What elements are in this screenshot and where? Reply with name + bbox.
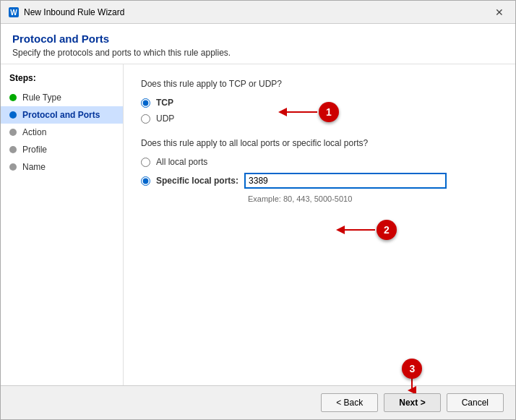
page-title: Protocol and Ports — [12, 33, 504, 45]
udp-row: UDP — [141, 113, 498, 124]
sidebar-item-action[interactable]: Action — [1, 124, 123, 141]
sidebar-item-rule-type[interactable]: Rule Type — [1, 89, 123, 106]
dot-name — [9, 163, 17, 171]
content-area: Steps: Rule Type Protocol and Ports Acti… — [1, 64, 515, 385]
question1-text: Does this rule apply to TCP or UDP? — [141, 79, 498, 89]
arrow-2 — [333, 220, 377, 240]
title-bar-text: New Inbound Rule Wizard — [24, 7, 491, 17]
sidebar-label-profile: Profile — [22, 145, 47, 155]
all-ports-label[interactable]: All local ports — [156, 157, 207, 167]
sidebar-item-protocol-ports[interactable]: Protocol and Ports — [1, 106, 123, 124]
main-panel: Does this rule apply to TCP or UDP? TCP … — [124, 64, 515, 385]
svg-text:W: W — [10, 9, 17, 17]
page-subtitle: Specify the protocols and ports to which… — [12, 48, 504, 58]
sidebar-label-rule-type: Rule Type — [22, 93, 61, 103]
all-ports-radio[interactable] — [141, 158, 150, 167]
sidebar-label-protocol-ports: Protocol and Ports — [22, 110, 100, 120]
next-button[interactable]: Next > — [384, 393, 440, 412]
close-button[interactable]: ✕ — [491, 5, 508, 20]
tcp-row: TCP — [141, 98, 498, 108]
tcp-radio[interactable] — [141, 98, 150, 108]
all-ports-row: All local ports — [141, 157, 498, 167]
sidebar-label-name: Name — [22, 162, 46, 172]
ports-input[interactable] — [244, 173, 447, 189]
sidebar-label-action: Action — [22, 127, 46, 137]
tcp-label[interactable]: TCP — [156, 98, 173, 108]
ports-radio-group: All local ports Specific local ports: Ex… — [141, 157, 498, 203]
specific-ports-label[interactable]: Specific local ports: — [156, 176, 238, 186]
arrow-3 — [405, 377, 419, 393]
specific-ports-radio[interactable] — [141, 176, 150, 186]
udp-radio[interactable] — [141, 114, 150, 124]
dot-rule-type — [9, 94, 17, 101]
page-header: Protocol and Ports Specify the protocols… — [1, 24, 515, 64]
question2-text: Does this rule apply to all local ports … — [141, 138, 498, 148]
wizard-icon: W — [8, 7, 20, 18]
steps-label: Steps: — [1, 73, 123, 89]
protocol-radio-group: TCP UDP — [141, 98, 498, 124]
wizard-window: W New Inbound Rule Wizard ✕ Protocol and… — [0, 0, 516, 420]
cancel-button[interactable]: Cancel — [447, 393, 504, 412]
sidebar-item-profile[interactable]: Profile — [1, 141, 123, 158]
specific-ports-row: Specific local ports: — [141, 173, 498, 189]
dot-protocol-ports — [9, 111, 17, 119]
sidebar: Steps: Rule Type Protocol and Ports Acti… — [1, 64, 124, 385]
dot-action — [9, 129, 17, 136]
back-button[interactable]: < Back — [321, 393, 378, 412]
ports-example: Example: 80, 443, 5000-5010 — [248, 194, 498, 203]
dot-profile — [9, 146, 17, 153]
sidebar-item-name[interactable]: Name — [1, 158, 123, 176]
annotation-2: 2 — [377, 220, 397, 240]
title-bar: W New Inbound Rule Wizard ✕ — [1, 1, 515, 24]
footer: < Back 3 Next > Cancel — [1, 385, 515, 419]
udp-label[interactable]: UDP — [156, 113, 174, 124]
